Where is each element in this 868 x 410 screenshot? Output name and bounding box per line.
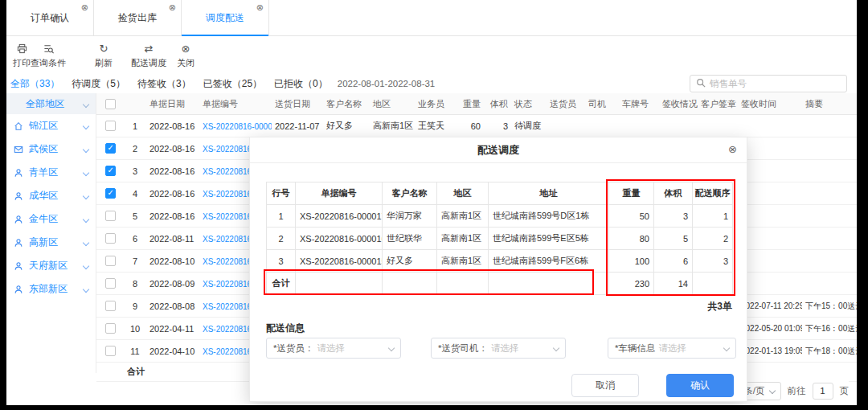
row-checkbox[interactable] xyxy=(105,188,116,199)
deliverer-select[interactable]: *送货员： 请选择 xyxy=(266,338,401,359)
row-checkbox[interactable] xyxy=(105,256,116,266)
doc-number-link[interactable]: XS-20220816- xyxy=(203,190,255,199)
toolbar-close-button[interactable]: ⊗关闭 xyxy=(177,43,194,69)
cell-customer: 好又多 xyxy=(323,120,370,132)
vehicle-select[interactable]: *车辆信息 请选择 xyxy=(608,338,736,359)
filter-tab-5[interactable]: 已拒收（0） xyxy=(274,77,328,91)
cell-date: 2022-08-10 xyxy=(146,256,199,266)
confirm-button[interactable]: 确认 xyxy=(666,374,734,397)
dispatch-icon: ⇄ xyxy=(145,43,154,55)
modal-table-total-row: 合计23014 xyxy=(267,273,732,295)
filter-tab-3[interactable]: 待签收（3） xyxy=(137,77,191,91)
doc-number-link[interactable]: XS-20220816- xyxy=(203,302,255,311)
col-header-plate: 车牌号 xyxy=(619,98,659,110)
modal-cell-volume: 5 xyxy=(654,228,693,250)
close-tab-icon[interactable]: ⊗ xyxy=(169,2,176,13)
toolbar-label: 配送调度 xyxy=(131,57,166,69)
person-icon xyxy=(14,260,24,271)
tab-1[interactable]: 订单确认⊗ xyxy=(6,0,94,35)
filter-tab-1[interactable]: 全部（33） xyxy=(10,77,59,91)
sidebar-item-region-4[interactable]: 成华区 xyxy=(6,184,96,207)
row-checkbox[interactable] xyxy=(105,143,116,154)
cell-no: 11 xyxy=(124,346,146,356)
toolbar-label: 查询条件 xyxy=(31,57,66,69)
doc-number-link[interactable]: XS-20220816- xyxy=(203,145,255,154)
sidebar-item-region-3[interactable]: 青羊区 xyxy=(6,161,96,184)
row-checkbox[interactable] xyxy=(105,323,116,334)
doc-number-link[interactable]: XS-20220816- xyxy=(203,212,255,221)
cell-date: 2022-04-10 xyxy=(146,346,199,356)
person-icon xyxy=(14,167,24,178)
cell-no: 9 xyxy=(124,301,146,311)
search-input[interactable]: 销售单号 xyxy=(690,75,847,92)
tab-2[interactable]: 捡货出库⊗ xyxy=(94,0,182,35)
close-tab-icon[interactable]: ⊗ xyxy=(81,2,88,13)
toolbar-print-button[interactable]: 打印 xyxy=(13,43,31,69)
modal-cell-doc: XS-20220816-000016 xyxy=(296,228,383,250)
modal-col-header-volume: 体积 xyxy=(654,182,693,205)
sidebar-item-region-6[interactable]: 高新区 xyxy=(6,231,96,254)
sidebar-item-region-8[interactable]: 东部新区 xyxy=(6,277,96,301)
person-icon xyxy=(14,191,24,201)
person-icon xyxy=(14,284,24,294)
modal-cell-weight: 100 xyxy=(609,250,654,273)
row-checkbox[interactable] xyxy=(105,301,116,311)
row-checkbox[interactable] xyxy=(105,211,116,221)
cancel-button[interactable]: 取消 xyxy=(571,374,639,397)
row-checkbox[interactable] xyxy=(105,346,116,356)
row-checkbox[interactable] xyxy=(105,166,116,176)
sidebar-item-region-2[interactable]: 武侯区 xyxy=(6,137,96,161)
page-number-input[interactable]: 1 xyxy=(813,383,833,400)
cell-cb xyxy=(96,166,124,176)
cell-cb xyxy=(96,121,124,131)
filter-tab-2[interactable]: 待调度（5） xyxy=(72,77,125,91)
modal-cell-customer: 世纪联华 xyxy=(383,228,437,250)
row-checkbox[interactable] xyxy=(105,121,116,131)
modal-cell-weight: 50 xyxy=(609,205,654,228)
modal-col-header-customer: 客户名称 xyxy=(383,182,437,205)
col-header-sign_time: 签收时间 xyxy=(738,98,802,110)
col-header-customer: 客户名称 xyxy=(323,98,370,110)
col-header-signature: 客户签章 xyxy=(698,98,738,110)
modal-close-icon[interactable]: ⊗ xyxy=(728,143,737,155)
toolbar-refresh-button[interactable]: ↻刷新 xyxy=(95,43,113,69)
sidebar-item-region-7[interactable]: 天府新区 xyxy=(6,254,96,277)
doc-number-link[interactable]: XS-20220816- xyxy=(203,325,255,334)
vehicle-select-placeholder: 请选择 xyxy=(658,342,686,355)
filter-tab-4[interactable]: 已签收（25） xyxy=(203,77,262,91)
doc-number-link[interactable]: XS-20220816- xyxy=(203,167,255,176)
doc-number-link[interactable]: XS-20220816- xyxy=(203,257,255,266)
close-icon: ⊗ xyxy=(182,43,190,55)
doc-number-link[interactable]: XS-20220816- xyxy=(203,280,255,289)
cell-sign_time: 2022-01-13 19:05 xyxy=(738,346,802,355)
close-tab-icon[interactable]: ⊗ xyxy=(256,2,264,13)
tab-3[interactable]: 调度配送⊗ xyxy=(182,0,269,35)
toolbar-label: 关闭 xyxy=(177,57,194,69)
cell-sign_time: 2022-05-20 01:09 xyxy=(738,324,802,333)
chevron-down-icon xyxy=(768,387,775,394)
select-all-checkbox[interactable] xyxy=(105,99,116,109)
modal-cell-no: 1 xyxy=(267,205,296,228)
modal-title: 配送调度 xyxy=(477,143,519,158)
filter-bar: 全部（33）待调度（5）待签收（3）已签收（25）已拒收（0） 2022-08-… xyxy=(6,74,857,93)
toolbar-dispatch-button[interactable]: ⇄配送调度 xyxy=(131,43,166,69)
col-header-summary: 摘要 xyxy=(802,98,857,110)
doc-number-link[interactable]: XS-20220816-000018 xyxy=(203,122,272,131)
cell-no: 3 xyxy=(124,166,146,176)
driver-select-label: *送货司机： xyxy=(438,342,488,355)
toolbar-query-button[interactable]: 查询条件 xyxy=(31,43,66,69)
sidebar-all-regions[interactable]: 全部地区 xyxy=(6,93,96,114)
sidebar-item-region-1[interactable]: 锦江区 xyxy=(6,114,96,137)
doc-number-link[interactable]: XS-20220816- xyxy=(203,347,255,356)
modal-cell-no: 3 xyxy=(267,250,296,273)
col-header-delivery_date: 送货日期 xyxy=(272,98,323,110)
doc-number-link[interactable]: XS-20220816- xyxy=(203,235,255,244)
cell-salesperson: 王笑天 xyxy=(415,120,448,132)
sidebar-item-region-5[interactable]: 金牛区 xyxy=(6,207,96,231)
row-checkbox[interactable] xyxy=(105,278,116,289)
query-icon xyxy=(43,43,54,55)
row-checkbox[interactable] xyxy=(105,233,116,244)
dispatch-orders-table: 行号单据编号客户名称地区地址重量体积配送顺序1XS-20220816-00001… xyxy=(266,182,732,295)
modal-cell-region: 高新南1区 xyxy=(437,228,489,250)
driver-select[interactable]: *送货司机： 请选择 xyxy=(431,338,566,359)
